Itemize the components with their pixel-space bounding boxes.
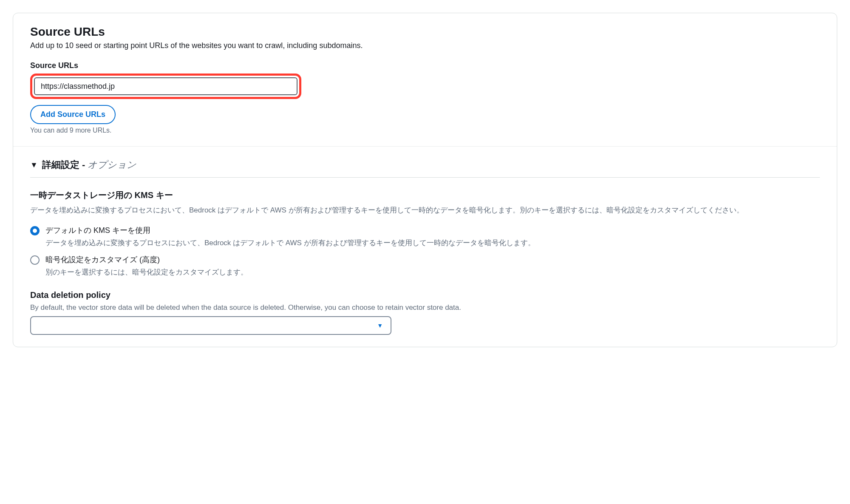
kms-heading: 一時データストレージ用の KMS キー <box>30 190 820 201</box>
source-url-highlight <box>30 74 301 99</box>
kms-description: データを埋め込みに変換するプロセスにおいて、Bedrock はデフォルトで AW… <box>30 204 820 216</box>
caret-down-icon: ▼ <box>377 322 383 329</box>
source-urls-helper: You can add 9 more URLs. <box>30 127 820 134</box>
source-urls-title: Source URLs <box>30 25 820 39</box>
advanced-settings-expander[interactable]: ▼ 詳細設定 - オプション <box>30 159 820 178</box>
deletion-policy-select[interactable]: ▼ <box>30 316 391 335</box>
kms-radio-group: デフォルトの KMS キーを使用 データを埋め込みに変換するプロセスにおいて、B… <box>30 225 820 278</box>
deletion-heading: Data deletion policy <box>30 290 820 300</box>
source-urls-field-label: Source URLs <box>30 61 820 70</box>
source-url-input[interactable] <box>34 77 298 95</box>
kms-option-default[interactable]: デフォルトの KMS キーを使用 データを埋め込みに変換するプロセスにおいて、B… <box>30 225 820 249</box>
kms-option-custom[interactable]: 暗号化設定をカスタマイズ (高度) 別のキーを選択するには、暗号化設定をカスタマ… <box>30 255 820 278</box>
settings-panel: Source URLs Add up to 10 seed or startin… <box>13 13 837 347</box>
advanced-settings-title: 詳細設定 - オプション <box>42 159 137 171</box>
source-urls-description: Add up to 10 seed or starting point URLs… <box>30 41 820 50</box>
deletion-description: By default, the vector store data will b… <box>30 303 820 312</box>
kms-option-custom-description: 別のキーを選択するには、暗号化設定をカスタマイズします。 <box>45 266 820 278</box>
kms-option-default-label: デフォルトの KMS キーを使用 <box>45 225 820 235</box>
radio-selected-icon[interactable] <box>30 226 40 235</box>
advanced-title-optional: オプション <box>88 159 136 170</box>
radio-unselected-icon[interactable] <box>30 255 40 265</box>
kms-option-custom-label: 暗号化設定をカスタマイズ (高度) <box>45 255 820 265</box>
source-urls-section: Source URLs Add up to 10 seed or startin… <box>13 13 837 146</box>
advanced-settings-section: ▼ 詳細設定 - オプション 一時データストレージ用の KMS キー データを埋… <box>13 146 837 347</box>
kms-option-default-description: データを埋め込みに変換するプロセスにおいて、Bedrock はデフォルトで AW… <box>45 237 820 249</box>
add-source-urls-button[interactable]: Add Source URLs <box>30 105 116 124</box>
caret-down-icon: ▼ <box>30 161 38 169</box>
advanced-title-prefix: 詳細設定 - <box>42 159 88 170</box>
